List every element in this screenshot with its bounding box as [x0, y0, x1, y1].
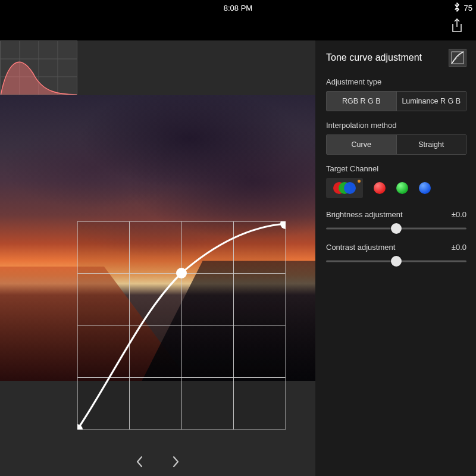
adjustment-type-segment: RGB R G B Luminance R G B: [326, 91, 466, 111]
interpolation-segment: Curve Straight: [326, 134, 466, 155]
next-button[interactable]: [170, 455, 183, 468]
histogram-thumbnail[interactable]: [0, 40, 77, 95]
channel-blue[interactable]: [419, 182, 431, 194]
target-channel-label: Target Channel: [326, 164, 466, 173]
tone-curve-icon[interactable]: [449, 49, 466, 67]
channel-red[interactable]: [374, 182, 386, 194]
bluetooth-icon: [453, 2, 461, 14]
channel-green[interactable]: [396, 182, 408, 194]
status-battery: 75: [464, 4, 472, 12]
interpolation-straight[interactable]: Straight: [396, 135, 466, 154]
interpolation-curve[interactable]: Curve: [327, 135, 396, 154]
edited-indicator-icon: [358, 180, 361, 183]
adjustment-type-rgb[interactable]: RGB R G B: [327, 92, 396, 111]
contrast-slider[interactable]: [326, 254, 466, 268]
contrast-row: Contrast adjustment ±0.0: [326, 243, 466, 268]
image-nav: [0, 447, 315, 476]
adjustment-type-luminance[interactable]: Luminance R G B: [396, 92, 466, 111]
svg-point-16: [344, 182, 356, 194]
contrast-value: ±0.0: [452, 243, 466, 252]
adjustment-panel: Tone curve adjustment Adjustment type RG…: [315, 40, 476, 476]
channel-rgb-composite[interactable]: [326, 178, 363, 198]
adjustment-type-label: Adjustment type: [326, 77, 466, 86]
brightness-row: Brightness adjustment ±0.0: [326, 210, 466, 236]
status-bar: 8:08 PM 75: [0, 0, 476, 15]
contrast-label: Contrast adjustment: [326, 243, 395, 252]
tone-curve-editor[interactable]: [77, 221, 286, 430]
brightness-label: Brightness adjustment: [326, 210, 403, 219]
prev-button[interactable]: [133, 455, 146, 468]
target-channel-row: [326, 178, 466, 198]
brightness-value: ±0.0: [452, 210, 466, 219]
interpolation-label: Interpolation method: [326, 121, 466, 130]
top-toolbar: [0, 15, 476, 40]
panel-title: Tone curve adjustment: [326, 52, 422, 63]
share-button[interactable]: [449, 18, 465, 35]
status-time: 8:08 PM: [224, 4, 252, 12]
curve-point-mid[interactable]: [176, 268, 187, 278]
brightness-slider[interactable]: [326, 221, 466, 236]
